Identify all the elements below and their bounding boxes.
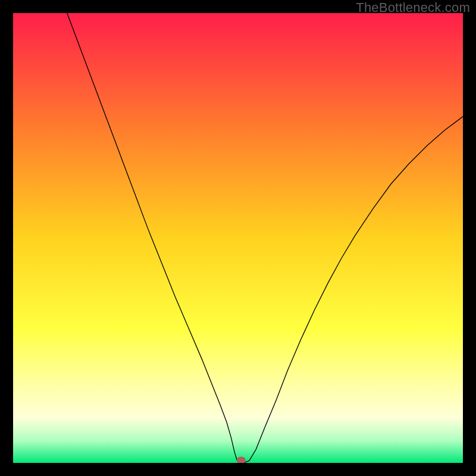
chart-frame: TheBottleneck.com (0, 0, 476, 476)
chart-background (13, 13, 463, 463)
watermark-text: TheBottleneck.com (356, 0, 470, 15)
bottleneck-chart (13, 13, 463, 463)
